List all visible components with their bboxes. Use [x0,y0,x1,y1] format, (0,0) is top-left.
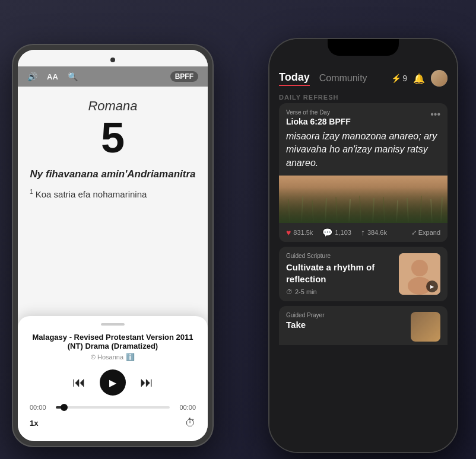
prayer-text: Guided Prayer Take [286,312,405,330]
guide-type-label: Guided Scripture [286,253,393,259]
phones-container: 🔊 AA 🔍 BPFF Romana 5 Ny fihavanana amin'… [0,0,476,459]
fast-forward-button[interactable]: ⏭ [140,375,153,390]
avatar-image [431,70,448,87]
votd-more-button[interactable]: ••• [430,109,440,120]
bolt-icon: ⚡ [391,74,401,83]
votd-image [279,176,448,223]
time-start: 00:00 [30,404,51,411]
player-bottom: 1x ⏱ [30,417,196,429]
verse-number: 1 [30,189,33,195]
tab-today[interactable]: Today [279,71,310,86]
shares-count: 384.6k [367,229,387,236]
iphone-header-right: ⚡ 9 🔔 [391,70,448,87]
iphone-notch-bar [269,39,457,65]
votd-title: Lioka 6:28 BPFF [286,117,351,126]
player-sheet: Malagasy - Revised Protestant Version 20… [18,316,208,441]
search-icon[interactable]: 🔍 [68,72,78,81]
rewind-button[interactable]: ⏮ [72,375,85,390]
android-phone: 🔊 AA 🔍 BPFF Romana 5 Ny fihavanana amin'… [12,44,214,447]
shares-action[interactable]: ↑ 384.6k [361,228,387,237]
bell-icon[interactable]: 🔔 [413,73,425,84]
tab-community[interactable]: Community [319,73,367,84]
svg-point-17 [411,260,428,276]
iphone-header: Today Community ⚡ 9 🔔 [269,65,457,89]
iphone-screen: Today Community ⚡ 9 🔔 DAILY REFRESH [269,65,457,452]
bolt-icon-area[interactable]: ⚡ 9 [391,74,407,83]
share-icon: ↑ [361,228,365,237]
player-title: Malagasy - Revised Protestant Version 20… [30,333,196,350]
duration-text: 2-5 min [295,288,317,295]
side-button [457,98,458,134]
guide-thumbnail[interactable]: ▶ [399,253,440,295]
grass-overlay [279,187,448,223]
version-badge[interactable]: BPFF [170,71,198,82]
prayer-thumbnail [411,312,440,342]
toolbar-icons: 🔊 AA 🔍 [27,72,78,81]
guide-title: Cultivate a rhythm of reflection [286,262,393,285]
fade-overlay [269,428,457,452]
likes-count: 831.5k [293,229,313,236]
android-screen: 🔊 AA 🔍 BPFF Romana 5 Ny fihavanana amin'… [18,50,208,441]
bible-content: Romana 5 Ny fihavanana amin'Andriamanitr… [18,87,208,316]
bible-book: Romana [88,98,137,114]
iphone-tabs: Today Community [279,71,367,86]
guide-text: Guided Scripture Cultivate a rhythm of r… [286,253,393,295]
heart-icon: ♥ [286,228,291,237]
expand-icon: ⤢ [411,229,417,236]
copyright-text: © Hosanna [91,353,123,361]
guided-scripture-card: Guided Scripture Cultivate a rhythm of r… [279,247,448,301]
avatar[interactable] [431,70,448,87]
android-status-bar [18,50,208,66]
prayer-title: Take [286,320,405,330]
bolt-count: 9 [402,74,407,83]
volume-button [12,116,13,140]
play-button[interactable]: ▶ [100,369,126,396]
votd-actions: ♥ 831.5k 💬 1,103 ↑ 384.6k ⤢ [279,223,448,242]
comments-count: 1,103 [335,229,351,236]
comment-icon: 💬 [322,228,332,237]
camera-dot [110,58,115,62]
expand-button[interactable]: ⤢ Expand [411,229,440,237]
votd-header-left: Verse of the Day Lioka 6:28 BPFF [286,109,351,126]
verse-text: Koa satria efa nohamarinina [36,189,147,199]
section-label: DAILY REFRESH [269,89,457,103]
player-controls: ⏮ ▶ ⏭ [30,369,196,396]
bible-section-title: Ny fihavanana amin'Andriamanitra [30,168,196,180]
votd-label: Verse of the Day [286,109,351,116]
iphone-feed: Verse of the Day Lioka 6:28 BPFF ••• mis… [269,103,457,452]
progress-track[interactable] [56,406,170,409]
player-copyright: © Hosanna ℹ️ [30,353,196,361]
iphone: Today Community ⚡ 9 🔔 DAILY REFRESH [268,38,458,453]
progress-bar-area: 00:00 00:00 [30,404,196,411]
aa-label[interactable]: AA [47,72,58,81]
bible-chapter: 5 [101,116,125,159]
prayer-type-label: Guided Prayer [286,312,405,318]
bible-verse: 1 Koa satria efa nohamarinina [30,187,196,202]
comments-action[interactable]: 💬 1,103 [322,228,351,237]
expand-label: Expand [418,229,440,236]
info-icon[interactable]: ℹ️ [126,353,135,361]
clock-icon: ⏱ [286,288,293,295]
sheet-handle[interactable] [101,323,125,326]
votd-header: Verse of the Day Lioka 6:28 BPFF ••• [279,103,448,130]
speed-button[interactable]: 1x [30,419,38,428]
timer-icon[interactable]: ⏱ [185,417,196,429]
guide-duration: ⏱ 2-5 min [286,288,393,295]
android-toolbar: 🔊 AA 🔍 BPFF [18,66,208,87]
votd-verse-text: misaora izay manozona anareo; ary mivava… [279,130,448,176]
time-end: 00:00 [174,404,196,411]
progress-thumb[interactable] [61,404,68,411]
guided-prayer-card: Guided Prayer Take [279,306,448,345]
likes-action[interactable]: ♥ 831.5k [286,228,313,237]
votd-card: Verse of the Day Lioka 6:28 BPFF ••• mis… [279,103,448,242]
iphone-notch [328,39,399,56]
volume-icon[interactable]: 🔊 [27,72,37,81]
